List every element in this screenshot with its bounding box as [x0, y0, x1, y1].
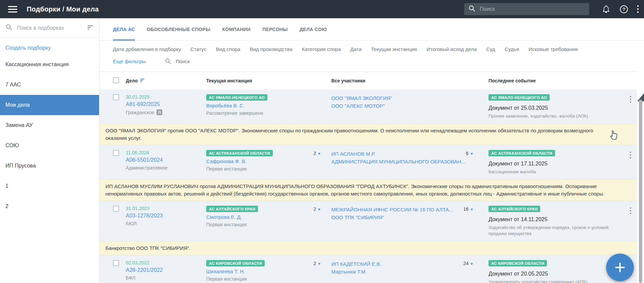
case-number-link[interactable]: А81-692/2025 — [126, 101, 206, 107]
filter[interactable]: Вид спора — [216, 46, 240, 52]
case-date: 30.01.2025 — [126, 94, 206, 100]
event-court-badge: АС ЯМАЛО-НЕНЕЦКОГО АО — [488, 94, 550, 101]
table-search-button[interactable]: Поиск — [165, 58, 190, 65]
case-summary-text: Банкротство ООО ТПК "СИБИРИЯ". — [105, 245, 190, 251]
filter[interactable]: Дата добавления в подборку — [113, 46, 181, 52]
vertical-scrollbar[interactable] — [639, 100, 642, 283]
chevron-down-icon: ▼ — [317, 262, 321, 266]
event-subtitle: Прочее заявление, ходатайство, жалоба (А… — [488, 113, 621, 119]
case-type: Административное — [126, 165, 168, 171]
global-search-input[interactable] — [480, 6, 581, 12]
sidebar-item[interactable]: ИП Прусова — [0, 156, 99, 176]
column-header-instance: Текущая инстанция — [206, 78, 331, 83]
row-checkbox[interactable] — [113, 94, 119, 100]
chevron-down-icon: ▼ — [317, 207, 321, 211]
sidebar-item[interactable]: СОЮ — [0, 135, 99, 156]
instance-stage: Рассмотрение завершено — [206, 110, 267, 116]
filter[interactable]: Судья — [505, 46, 519, 52]
instance-stage: Первая инстанция — [206, 276, 265, 282]
filter[interactable]: Исковые требования — [528, 46, 578, 52]
participants-count-dropdown[interactable]: 16▼ — [463, 206, 474, 212]
judge-link[interactable]: Воробьёва В. С. — [206, 103, 267, 108]
add-case-fab-button[interactable] — [606, 254, 634, 281]
event-title: Документ от 14.11.2025 — [488, 216, 624, 223]
event-court-badge: АС КИРОВСКОЙ ОБЛАСТИ — [488, 260, 547, 266]
more-filters-button[interactable]: Еще фильтры — [113, 58, 146, 64]
filter[interactable]: Дата — [350, 46, 361, 52]
filters-panel: Дата добавления в подборкуСтатусВид спор… — [99, 41, 644, 72]
event-court-badge: АС АЛТАЙСКОГО КРАЯ — [488, 206, 540, 212]
case-number-link[interactable]: А28-2201/2022 — [126, 267, 206, 273]
sidebar-search-input[interactable] — [17, 25, 79, 31]
filter[interactable]: Суд — [486, 46, 495, 52]
participants-count-dropdown[interactable]: 6▼ — [466, 151, 474, 156]
participant-link[interactable]: АДМИНИСТРАЦИЯ МУНИЦИПАЛЬНОГО ОБРАЗОВАН..… — [331, 158, 466, 165]
global-search[interactable] — [464, 3, 589, 15]
case-date: 11.06.2024 — [126, 150, 206, 155]
tab[interactable]: ПЕРСОНЫ — [262, 18, 288, 40]
sidebar-item[interactable]: Мои дела — [0, 95, 99, 115]
participant-link[interactable]: ИП АСЛАНОВ М.Р. — [331, 150, 466, 158]
participant-link[interactable]: МЕЖРАЙОННАЯ ИФНС РОССИИ № 16 ПО АЛТА... — [331, 206, 453, 213]
participants-count-value: 6 — [466, 151, 469, 156]
instance-count-dropdown[interactable]: 2▼ — [313, 261, 321, 266]
participants-count-dropdown[interactable]: 24▼ — [463, 261, 474, 266]
row-checkbox[interactable] — [113, 150, 119, 156]
row-checkbox[interactable] — [113, 206, 119, 212]
tab[interactable]: ОБОСОБЛЕННЫЕ СПОРЫ — [147, 18, 210, 40]
participant-link[interactable]: ООО ТПК "СИБИРИЯ" — [331, 213, 453, 221]
judge-link[interactable]: Сафронова Ф. В. — [206, 158, 273, 164]
sort-icon[interactable] — [140, 78, 145, 83]
table-row: 11.06.2024 А06-5501/2024 Административно… — [99, 145, 637, 180]
instance-count-dropdown[interactable]: 2▼ — [313, 151, 321, 156]
sidebar-item[interactable]: Кассационная инстанция — [0, 54, 99, 75]
case-type: Гражданское — [126, 110, 154, 115]
case-type: БФЛ — [126, 275, 135, 281]
row-kebab-menu-icon[interactable] — [624, 206, 637, 237]
row-kebab-menu-icon[interactable] — [624, 150, 637, 175]
participant-link[interactable]: ИП КАДЕТСКИЙ Е.В. — [331, 260, 381, 268]
collections-sidebar: Создать подборку Кассационная инстанция7… — [0, 18, 99, 283]
app-bar: Подборки / Мои дела ? — [0, 0, 644, 18]
column-header-participants: Все участники — [331, 78, 488, 83]
judge-link[interactable]: Смотрова Е. Д. — [206, 214, 258, 220]
instance-stage: Первая инстанция — [206, 166, 273, 172]
create-collection-button[interactable]: Создать подборку — [0, 38, 99, 54]
filter[interactable]: Текущая инстанция — [371, 46, 417, 52]
chevron-down-icon: ▼ — [470, 262, 474, 266]
sidebar-item[interactable]: 7 ААС — [0, 75, 99, 95]
participant-links: ИП АСЛАНОВ М.Р.АДМИНИСТРАЦИЯ МУНИЦИПАЛЬН… — [331, 150, 466, 165]
tab[interactable]: ДЕЛА СОЮ — [300, 18, 327, 40]
sidebar-item[interactable]: 2 — [0, 196, 99, 216]
instance-count-dropdown[interactable]: 2▼ — [313, 206, 321, 212]
tab[interactable]: КОМПАНИИ — [222, 18, 251, 40]
participant-link[interactable]: ООО "ЯМАЛ ЭКОЛОГИЯ" — [331, 94, 392, 102]
filter[interactable]: Категория спора — [302, 46, 341, 52]
sidebar-item[interactable]: 1 — [0, 176, 99, 196]
participant-link[interactable]: ООО "АЛЕКС МОТОР" — [331, 102, 392, 110]
event-subtitle: Ходатайство об утверждении порядка, срок… — [488, 225, 621, 237]
row-checkbox[interactable] — [113, 260, 119, 266]
instance-stage: Первая инстанция — [206, 222, 258, 227]
sidebar-sort-icon[interactable] — [87, 25, 94, 31]
select-all-checkbox[interactable] — [113, 77, 119, 83]
filter[interactable]: Вид производства — [250, 46, 292, 52]
row-kebab-menu-icon[interactable] — [624, 94, 637, 119]
search-icon — [5, 24, 13, 32]
tab[interactable]: ДЕЛА АС — [113, 18, 135, 40]
filter[interactable]: Статус — [190, 46, 206, 52]
case-number-link[interactable]: А03-1278/2023 — [126, 213, 206, 219]
appbar-kebab-menu-icon[interactable] — [637, 5, 639, 14]
case-number-link[interactable]: А06-5501/2024 — [126, 157, 206, 163]
hamburger-menu-icon[interactable] — [8, 6, 17, 12]
sidebar-search[interactable] — [0, 18, 99, 38]
event-title: Документ от 20.05.2025 — [488, 271, 624, 277]
sidebar-item[interactable]: Замена АУ — [0, 115, 99, 135]
notifications-bell-icon[interactable] — [602, 5, 611, 14]
instance-court-badge: АС КИРОВСКОЙ ОБЛАСТИ — [206, 260, 265, 266]
participant-link[interactable]: Мартынюк Т.М. — [331, 268, 381, 276]
tab-bar: ДЕЛА АСОБОСОБЛЕННЫЕ СПОРЫКОМПАНИИПЕРСОНЫ… — [99, 18, 644, 41]
filter[interactable]: Итоговый исход дела — [427, 46, 477, 52]
help-icon[interactable]: ? — [619, 5, 628, 14]
judge-link[interactable]: Шихалеева Т. Н. — [206, 268, 265, 274]
